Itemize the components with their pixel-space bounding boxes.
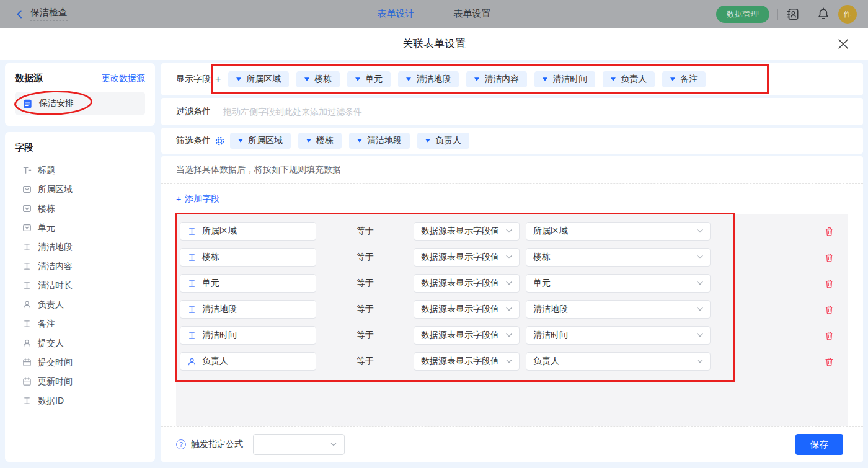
display-field-chip[interactable]: 单元	[347, 71, 391, 87]
tab-form-settings[interactable]: 表单设置	[454, 8, 491, 20]
gear-icon[interactable]	[215, 136, 224, 146]
field-item[interactable]: 单元	[15, 218, 145, 237]
field-item-label: 楼栋	[38, 203, 55, 214]
fields-card: 字段 标题所属区域楼栋单元清洁地段清洁内容清洁时长负责人备注提交人提交时间更新时…	[5, 132, 155, 462]
trash-icon[interactable]	[824, 252, 835, 263]
formula-select[interactable]	[253, 434, 345, 455]
chevron-down-icon	[506, 333, 512, 337]
trash-icon[interactable]	[824, 278, 835, 289]
rule-target-select[interactable]: 清洁时间	[526, 326, 711, 345]
display-field-chip[interactable]: 清洁内容	[466, 71, 527, 87]
field-item-label: 数据ID	[38, 395, 64, 407]
add-display-field-button[interactable]: +	[215, 74, 221, 85]
filter-row: 过滤条件 拖动左侧字段到此处来添加过滤条件	[161, 98, 863, 125]
chip-label: 所属区域	[248, 135, 283, 146]
screening-field-chip[interactable]: 清洁地段	[349, 133, 410, 149]
field-item-label: 提交人	[38, 338, 64, 349]
chip-label: 单元	[365, 74, 383, 85]
display-field-chip[interactable]: 清洁时间	[534, 71, 595, 87]
field-item[interactable]: 所属区域	[15, 180, 145, 199]
add-field-button[interactable]: + 添加字段	[161, 184, 863, 214]
rule-source-select[interactable]: 数据源表显示字段值	[414, 222, 520, 241]
back-chevron-icon[interactable]	[15, 9, 25, 19]
close-icon[interactable]	[837, 38, 849, 50]
rule-field-box[interactable]: 清洁时间	[180, 326, 316, 345]
select-icon	[22, 185, 32, 194]
rule-source-select[interactable]: 数据源表显示字段值	[414, 248, 520, 267]
dropdown-triangle-icon	[542, 77, 547, 81]
change-datasource-link[interactable]: 更改数据源	[102, 73, 145, 84]
field-item[interactable]: 提交人	[15, 333, 145, 353]
rule-operator: 等于	[316, 252, 414, 263]
field-item[interactable]: 数据ID	[15, 391, 145, 410]
chip-label: 楼栋	[314, 74, 332, 85]
field-item[interactable]: 清洁时长	[15, 276, 145, 295]
rule-operator: 等于	[316, 304, 414, 315]
screening-field-chip[interactable]: 负责人	[417, 133, 469, 149]
rule-field-label: 负责人	[202, 356, 228, 367]
text-icon	[187, 331, 197, 340]
field-item[interactable]: 清洁内容	[15, 257, 145, 276]
datasource-item-label: 保洁安排	[39, 98, 74, 109]
rule-source-select[interactable]: 数据源表显示字段值	[414, 300, 520, 319]
rule-target-select[interactable]: 单元	[526, 274, 711, 293]
field-item[interactable]: 标题	[15, 161, 145, 180]
tab-form-design[interactable]: 表单设计	[378, 8, 415, 20]
save-button[interactable]: 保存	[795, 434, 843, 455]
help-icon[interactable]: ?	[176, 439, 186, 449]
display-field-chip[interactable]: 备注	[662, 71, 706, 87]
field-item[interactable]: 清洁地段	[15, 237, 145, 257]
filter-dropzone[interactable]: 拖动左侧字段到此处来添加过滤条件	[223, 106, 863, 118]
dropdown-triangle-icon	[306, 139, 311, 143]
plus-icon: +	[176, 194, 181, 204]
rule-field-box[interactable]: 所属区域	[180, 222, 316, 241]
chevron-down-icon	[506, 229, 512, 233]
display-field-chip[interactable]: 楼栋	[296, 71, 340, 87]
rules-hint: 当选择具体数据后，将按如下规则填充数据	[161, 156, 863, 184]
rule-field-label: 楼栋	[202, 252, 219, 263]
display-field-chip[interactable]: 所属区域	[228, 71, 289, 87]
rule-field-box[interactable]: 清洁地段	[180, 300, 316, 319]
rule-target-value: 负责人	[533, 356, 559, 367]
app-name[interactable]: 保洁检查	[30, 7, 68, 21]
contacts-icon[interactable]	[786, 7, 800, 21]
trash-icon[interactable]	[824, 304, 835, 315]
rule-target-select[interactable]: 所属区域	[526, 222, 711, 241]
modal-title: 关联表单设置	[0, 28, 868, 60]
field-item[interactable]: 负责人	[15, 295, 145, 314]
text-icon	[22, 319, 32, 329]
display-field-chip[interactable]: 清洁地段	[398, 71, 459, 87]
back-button[interactable]: 保洁检查	[15, 7, 68, 21]
rule-source-select[interactable]: 数据源表显示字段值	[414, 274, 520, 293]
screening-field-chip[interactable]: 楼栋	[298, 133, 342, 149]
bell-icon[interactable]	[817, 7, 830, 21]
field-item[interactable]: 提交时间	[15, 353, 145, 372]
trash-icon[interactable]	[824, 330, 835, 341]
rule-target-select[interactable]: 楼栋	[526, 248, 711, 267]
field-item[interactable]: 更新时间	[15, 372, 145, 391]
rule-target-select[interactable]: 负责人	[526, 352, 711, 371]
dropdown-triangle-icon	[236, 77, 241, 81]
chip-label: 负责人	[435, 135, 461, 146]
avatar[interactable]: 作	[838, 5, 857, 24]
display-field-chip[interactable]: 负责人	[603, 71, 655, 87]
field-item[interactable]: 备注	[15, 314, 145, 333]
rule-row: 清洁地段等于数据源表显示字段值清洁地段	[180, 300, 848, 319]
rule-target-select[interactable]: 清洁地段	[526, 300, 711, 319]
rule-field-box[interactable]: 楼栋	[180, 248, 316, 267]
rule-row: 楼栋等于数据源表显示字段值楼栋	[180, 248, 848, 267]
divider	[777, 9, 778, 20]
data-manage-button[interactable]: 数据管理	[716, 6, 769, 23]
field-item[interactable]: 楼栋	[15, 199, 145, 218]
rule-source-select[interactable]: 数据源表显示字段值	[414, 352, 520, 371]
trash-icon[interactable]	[824, 356, 835, 367]
trash-icon[interactable]	[824, 226, 835, 237]
field-item-label: 单元	[38, 223, 55, 234]
rule-field-box[interactable]: 负责人	[180, 352, 316, 371]
datasource-item[interactable]: 保洁安排	[15, 92, 145, 115]
rule-operator: 等于	[316, 330, 414, 341]
formula-label: 触发指定公式	[191, 439, 243, 450]
rule-source-select[interactable]: 数据源表显示字段值	[414, 326, 520, 345]
screening-field-chip[interactable]: 所属区域	[230, 133, 291, 149]
rule-field-box[interactable]: 单元	[180, 274, 316, 293]
